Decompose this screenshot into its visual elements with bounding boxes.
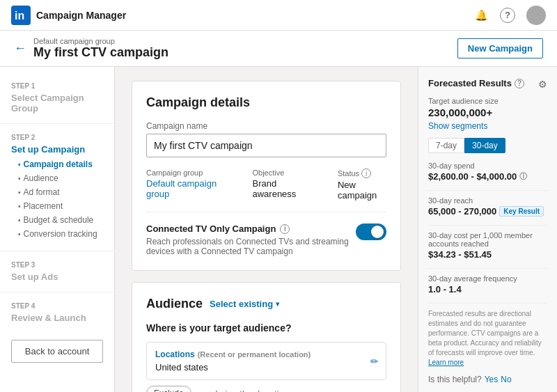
- sidebar-item-conversion[interactable]: Conversion tracking: [18, 227, 103, 241]
- campaign-name-label: Campaign name: [146, 121, 386, 131]
- helpful-no-link[interactable]: No: [501, 375, 511, 384]
- campaign-group-meta-label: Campaign group: [146, 168, 224, 177]
- nav-left: in Campaign Manager: [11, 6, 126, 25]
- chevron-down-icon: ▾: [276, 300, 279, 308]
- spend-value: $2,600.00 - $4,000.00 ⓘ: [428, 171, 547, 182]
- content-area: Campaign details Campaign name Campaign …: [115, 67, 418, 392]
- subheader-left: ← Default campaign group My first CTV ca…: [14, 37, 168, 60]
- user-avatar[interactable]: [526, 6, 546, 25]
- campaign-group-meta: Campaign group Default campaign group: [146, 168, 224, 201]
- svg-text:in: in: [15, 10, 24, 22]
- step3-title: Set up Ads: [11, 272, 103, 282]
- step1-section: Step 1 Select Campaign Group: [0, 78, 114, 118]
- step4-title: Review & Launch: [11, 313, 103, 323]
- campaign-name-input[interactable]: [146, 134, 386, 157]
- exclude-button[interactable]: Exclude: [146, 386, 191, 392]
- status-meta-value: New campaign: [338, 180, 386, 201]
- brand-name: Campaign Manager: [36, 10, 126, 21]
- panel-title: Forecasted Results ?: [428, 78, 524, 88]
- campaign-details-card: Campaign details Campaign name Campaign …: [132, 81, 401, 271]
- ctv-info-icon[interactable]: i: [280, 224, 290, 234]
- tab-row: 7-day 30-day: [428, 138, 547, 153]
- show-segments-link[interactable]: Show segments: [428, 121, 547, 131]
- key-result-badge: Key Result: [499, 206, 544, 217]
- linkedin-logo: in: [11, 6, 31, 25]
- step4-section: Step 4 Review & Launch: [0, 298, 114, 327]
- campaign-group-meta-value[interactable]: Default campaign group: [146, 178, 224, 199]
- help-icon[interactable]: ?: [500, 8, 515, 23]
- freq-label: 30-day average frequency: [428, 274, 547, 283]
- sidebar-item-audience[interactable]: Audience: [18, 171, 103, 185]
- learn-more-link[interactable]: Learn more: [428, 359, 464, 366]
- ctv-info: Connected TV Only Campaign i Reach profe…: [146, 224, 356, 256]
- forecasted-results-panel: Forecasted Results ? ⚙ Target audience s…: [418, 67, 557, 392]
- cpm-stat: 30-day cost per 1,000 member accounts re…: [428, 231, 547, 260]
- campaign-group-label: Default campaign group: [33, 37, 168, 45]
- helpful-row: Is this helpful? Yes No: [428, 375, 547, 384]
- objective-meta-value: Brand awareness: [252, 178, 309, 199]
- spend-info-icon[interactable]: ⓘ: [519, 171, 527, 182]
- back-button[interactable]: ←: [14, 41, 26, 56]
- panel-gear-icon[interactable]: ⚙: [538, 79, 547, 90]
- step2-items: Campaign details Audience Ad format Plac…: [11, 157, 103, 241]
- campaign-meta: Campaign group Default campaign group Ob…: [146, 168, 386, 201]
- nav-right: 🔔 ?: [473, 6, 546, 25]
- audience-card: Audience Select existing ▾ Where is your…: [132, 282, 401, 392]
- panel-header: Forecasted Results ? ⚙: [428, 78, 547, 90]
- back-to-account-button[interactable]: Back to account: [11, 340, 103, 363]
- cpm-label: 30-day cost per 1,000 member accounts re…: [428, 231, 547, 248]
- step2-title: Set up Campaign: [11, 144, 103, 155]
- ctv-title: Connected TV Only Campaign i: [146, 224, 356, 234]
- spend-stat: 30-day spend $2,600.00 - $4,000.00 ⓘ: [428, 162, 547, 182]
- campaign-title: My first CTV campaign: [33, 45, 168, 60]
- notification-icon[interactable]: 🔔: [473, 8, 489, 23]
- freq-stat: 30-day average frequency 1.0 - 1.4: [428, 274, 547, 295]
- new-campaign-button[interactable]: New Campaign: [457, 38, 543, 58]
- location-label: Locations (Recent or permanent location): [155, 350, 377, 359]
- status-info-icon[interactable]: i: [361, 168, 371, 178]
- ctv-toggle[interactable]: [356, 224, 386, 240]
- main-layout: Step 1 Select Campaign Group Step 2 Set …: [0, 67, 557, 392]
- step1-label: Step 1: [11, 82, 103, 90]
- location-box: Locations (Recent or permanent location)…: [146, 342, 386, 380]
- exclude-text: people in other locations: [196, 389, 294, 393]
- location-sublabel: (Recent or permanent location): [198, 350, 311, 359]
- disclaimer: Forecasted results are directional estim…: [428, 309, 547, 368]
- campaign-details-title: Campaign details: [146, 95, 386, 110]
- sidebar-item-ad-format[interactable]: Ad format: [18, 185, 103, 199]
- helpful-yes-link[interactable]: Yes: [485, 375, 499, 384]
- campaign-info: Default campaign group My first CTV camp…: [33, 37, 168, 60]
- freq-value: 1.0 - 1.4: [428, 284, 547, 295]
- step1-title: Select Campaign Group: [11, 93, 103, 113]
- panel-info-icon[interactable]: ?: [515, 79, 524, 88]
- audience-title: Audience: [146, 297, 203, 311]
- exclude-row: Exclude people in other locations: [146, 386, 386, 392]
- audience-size-value: 230,000,000+: [428, 107, 547, 118]
- reach-stat: 30-day reach 65,000 - 270,000 Key Result: [428, 196, 547, 217]
- spend-label: 30-day spend: [428, 162, 547, 170]
- status-meta-label: Status i: [338, 168, 386, 178]
- step2-label: Step 2: [11, 134, 103, 141]
- reach-label: 30-day reach: [428, 196, 547, 205]
- location-value: United states: [155, 362, 377, 373]
- audience-size-label: Target audience size: [428, 97, 547, 105]
- reach-value: 65,000 - 270,000 Key Result: [428, 206, 547, 217]
- cpm-value: $34.23 - $51.45: [428, 249, 547, 260]
- subheader: ← Default campaign group My first CTV ca…: [0, 31, 557, 67]
- sidebar-item-campaign-details[interactable]: Campaign details: [18, 157, 103, 171]
- step2-section: Step 2 Set up Campaign Campaign details …: [0, 130, 114, 245]
- step3-section: Step 3 Set up Ads: [0, 257, 114, 286]
- ctv-row: Connected TV Only Campaign i Reach profe…: [146, 224, 386, 256]
- edit-location-icon[interactable]: ✏: [370, 356, 379, 367]
- audience-header: Audience Select existing ▾: [146, 297, 386, 311]
- select-existing-button[interactable]: Select existing ▾: [210, 299, 279, 309]
- sidebar-item-budget[interactable]: Budget & schedule: [18, 213, 103, 227]
- step4-label: Step 4: [11, 302, 103, 310]
- top-navigation: in Campaign Manager 🔔 ?: [0, 0, 557, 31]
- objective-meta-label: Objective: [252, 168, 309, 177]
- tab-30day[interactable]: 30-day: [464, 138, 505, 153]
- tab-7day[interactable]: 7-day: [428, 138, 464, 153]
- ctv-desc: Reach professionals on Connected TVs and…: [146, 237, 356, 256]
- sidebar-item-placement[interactable]: Placement: [18, 199, 103, 213]
- step3-label: Step 3: [11, 261, 103, 269]
